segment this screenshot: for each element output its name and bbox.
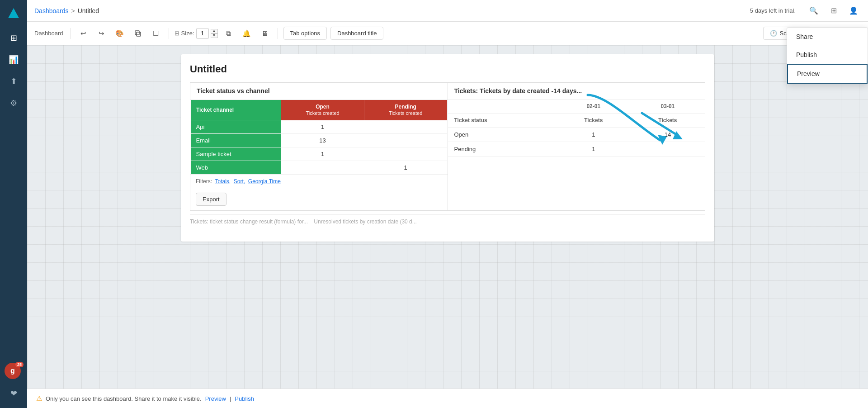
pending-email bbox=[364, 134, 447, 147]
widget-tickets-by-date: Tickets: Tickets by date created -14 day… bbox=[448, 83, 705, 210]
open-sample: 1 bbox=[281, 147, 364, 161]
size-input[interactable] bbox=[196, 28, 209, 39]
size-label: Size: bbox=[181, 30, 194, 37]
export-button[interactable]: Export bbox=[196, 193, 226, 206]
display-button[interactable]: 🖥 bbox=[258, 26, 272, 41]
warning-icon: ⚠ bbox=[36, 394, 42, 403]
undo-button[interactable]: ↩ bbox=[76, 26, 91, 41]
tickets-by-date-table: 02-01 03-01 Ticket status Tickets Ticket… bbox=[448, 100, 705, 157]
bell-button[interactable]: 🔔 bbox=[240, 26, 254, 41]
filters-row: Filters: Totals, Sort, Georgia Time bbox=[190, 174, 448, 188]
size-up-button[interactable]: ▲ bbox=[211, 29, 218, 33]
pending-0201: 1 bbox=[557, 142, 631, 157]
table-row: Pending 1 bbox=[448, 142, 705, 157]
bottom-bar: ⚠ Only you can see this dashboard. Share… bbox=[27, 389, 868, 408]
sidebar-logo[interactable] bbox=[5, 5, 22, 22]
top-nav: Dashboards > Untitled 5 days left in tri… bbox=[27, 0, 868, 22]
filter-sort[interactable]: Sort, bbox=[234, 178, 245, 185]
status-pending: Pending bbox=[448, 142, 557, 157]
open-0301: 14 bbox=[631, 128, 705, 142]
table-row: Email 13 bbox=[191, 134, 448, 147]
channel-api: Api bbox=[191, 120, 281, 134]
sidebar-bottom: g 25 ❤ bbox=[5, 363, 23, 403]
user-icon: 👤 bbox=[849, 6, 858, 15]
dropdown-item-publish[interactable]: Publish bbox=[787, 46, 868, 64]
sidebar-item-support[interactable]: ❤ bbox=[5, 384, 23, 403]
home-icon: ⊞ bbox=[10, 33, 17, 43]
size-down-button[interactable]: ▼ bbox=[211, 33, 218, 38]
main-content: Dashboards > Untitled 5 days left in tri… bbox=[27, 0, 868, 408]
widget-overflow-hint: Tickets: ticket status change result (fo… bbox=[190, 214, 705, 232]
bottom-warning-text: Only you can see this dashboard. Share i… bbox=[46, 395, 202, 402]
svg-rect-1 bbox=[135, 31, 139, 35]
support-icon: ❤ bbox=[10, 389, 17, 399]
sidebar-item-home[interactable]: ⊞ bbox=[5, 29, 23, 47]
copy-button[interactable]: ⧉ bbox=[222, 26, 236, 41]
search-button[interactable]: 🔍 bbox=[807, 4, 821, 18]
widgets-row: Ticket status vs channel Ticket channel … bbox=[190, 82, 705, 211]
top-nav-right: 5 days left in trial. 🔍 ⊞ 👤 bbox=[750, 4, 861, 18]
toolbar-section-label: Dashboard bbox=[34, 30, 63, 37]
dashboard-title-button[interactable]: Dashboard title bbox=[330, 27, 383, 40]
dashboard-grid: Untitled Ticket status vs channel Ticket… bbox=[27, 45, 868, 389]
bottom-preview-link[interactable]: Preview bbox=[205, 395, 226, 402]
svg-rect-2 bbox=[137, 32, 141, 36]
notification-badge: 25 bbox=[15, 362, 24, 367]
breadcrumb-current: Untitled bbox=[78, 7, 99, 14]
dropdown-item-share[interactable]: Share bbox=[787, 28, 868, 46]
avatar-badge[interactable]: g 25 bbox=[5, 363, 23, 381]
status-open: Open bbox=[448, 128, 557, 142]
user-menu-button[interactable]: 👤 bbox=[846, 4, 861, 18]
breadcrumb-dashboards[interactable]: Dashboards bbox=[34, 7, 69, 14]
open-api: 1 bbox=[281, 120, 364, 134]
filter-totals[interactable]: Totals, bbox=[215, 178, 231, 185]
share-dropdown-menu: Share Publish Preview bbox=[787, 27, 868, 84]
search-icon: 🔍 bbox=[809, 6, 818, 15]
schedule-icon: 🕐 bbox=[770, 30, 777, 37]
pending-sample bbox=[364, 147, 447, 161]
toolbar-divider-1 bbox=[71, 28, 71, 39]
breadcrumb: Dashboards > Untitled bbox=[34, 7, 99, 14]
filter-timezone[interactable]: Georgia Time bbox=[248, 178, 281, 185]
sidebar-item-settings[interactable]: ⚙ bbox=[5, 94, 23, 112]
channel-email: Email bbox=[191, 134, 281, 147]
widget-ticket-status: Ticket status vs channel Ticket channel … bbox=[190, 83, 448, 210]
sidebar: ⊞ 📊 ⬆ ⚙ g 25 ❤ bbox=[0, 0, 27, 408]
table-row: Open 1 14 bbox=[448, 128, 705, 142]
table-row: Web 1 bbox=[191, 161, 448, 175]
tab-options-button[interactable]: Tab options bbox=[283, 27, 327, 40]
bottom-separator: | bbox=[230, 395, 231, 402]
grid-size-icon: ⊞ bbox=[175, 30, 179, 37]
redo-button[interactable]: ↪ bbox=[94, 26, 109, 41]
settings-icon: ⚙ bbox=[10, 98, 17, 108]
bottom-publish-link[interactable]: Publish bbox=[235, 395, 254, 402]
sub-ticket-status: Ticket status bbox=[448, 114, 557, 128]
table-header-channel: Ticket channel bbox=[191, 100, 281, 120]
pending-web: 1 bbox=[364, 161, 447, 175]
toolbar-divider-2 bbox=[169, 28, 169, 39]
table-row: Sample ticket 1 bbox=[191, 147, 448, 161]
col-ticket-status bbox=[448, 100, 557, 114]
widget-1-title: Ticket status vs channel bbox=[190, 83, 448, 100]
paint-button[interactable]: 🎨 bbox=[113, 26, 127, 41]
dashboard-area[interactable]: Untitled Ticket status vs channel Ticket… bbox=[27, 45, 868, 389]
channel-web: Web bbox=[191, 161, 281, 175]
trial-text: 5 days left in trial. bbox=[750, 7, 796, 14]
sidebar-item-upload[interactable]: ⬆ bbox=[5, 72, 23, 90]
dropdown-item-preview[interactable]: Preview bbox=[787, 64, 868, 84]
channel-sample: Sample ticket bbox=[191, 147, 281, 161]
border-button[interactable]: ☐ bbox=[149, 26, 163, 41]
widget-2-title: Tickets: Tickets by date created -14 day… bbox=[448, 83, 705, 100]
table-header-open: OpenTickets created bbox=[281, 100, 364, 120]
upload-icon: ⬆ bbox=[10, 76, 17, 86]
grid-view-button[interactable]: ⊞ bbox=[826, 4, 841, 18]
sub-tickets-2: Tickets bbox=[631, 114, 705, 128]
grid-icon: ⊞ bbox=[831, 6, 837, 15]
size-arrows: ▲ ▼ bbox=[211, 29, 218, 38]
chart-icon: 📊 bbox=[9, 55, 19, 65]
sidebar-item-charts[interactable]: 📊 bbox=[5, 51, 23, 69]
sub-tickets-1: Tickets bbox=[557, 114, 631, 128]
toolbar: Dashboard ↩ ↪ 🎨 ☐ ⊞ Size: ▲ ▼ ⧉ 🔔 🖥 Tab … bbox=[27, 22, 868, 45]
col-02-01: 02-01 bbox=[557, 100, 631, 114]
copy-style-button[interactable] bbox=[131, 26, 145, 41]
